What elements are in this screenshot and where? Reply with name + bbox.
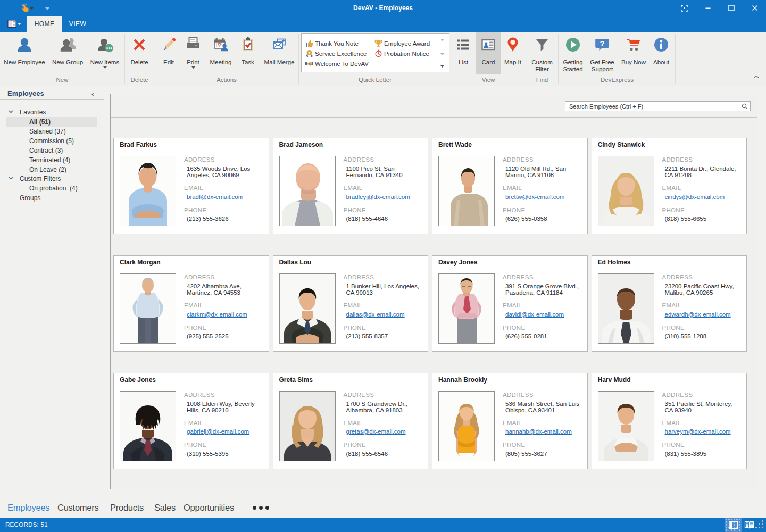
svg-text:?: ?	[600, 39, 604, 48]
